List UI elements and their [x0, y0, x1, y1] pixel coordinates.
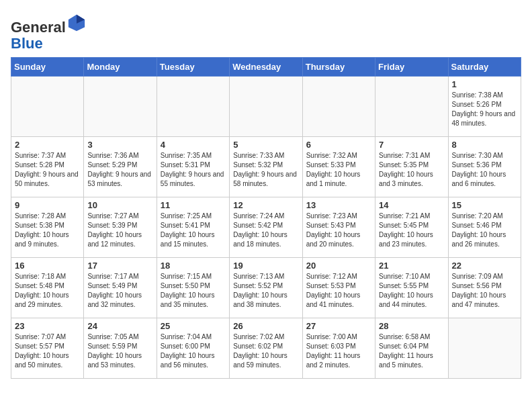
calendar-cell: 21Sunrise: 7:10 AM Sunset: 5:55 PM Dayli…	[375, 258, 448, 318]
day-number: 28	[379, 321, 444, 331]
day-number: 22	[452, 261, 517, 271]
day-number: 16	[15, 261, 80, 271]
week-row-1: 1Sunrise: 7:38 AM Sunset: 5:26 PM Daylig…	[11, 77, 521, 137]
calendar-cell: 26Sunrise: 7:02 AM Sunset: 6:02 PM Dayli…	[230, 318, 302, 379]
day-info: Sunrise: 7:27 AM Sunset: 5:39 PM Dayligh…	[87, 212, 152, 249]
day-info: Sunrise: 7:00 AM Sunset: 6:03 PM Dayligh…	[306, 332, 371, 370]
day-info: Sunrise: 7:31 AM Sunset: 5:35 PM Dayligh…	[379, 151, 444, 189]
day-number: 17	[87, 261, 152, 271]
day-info: Sunrise: 6:58 AM Sunset: 6:04 PM Dayligh…	[379, 332, 444, 370]
calendar-cell: 28Sunrise: 6:58 AM Sunset: 6:04 PM Dayli…	[375, 318, 448, 379]
day-number: 27	[306, 321, 371, 331]
day-header-sunday: Sunday	[11, 58, 84, 77]
calendar-cell	[302, 77, 375, 137]
day-number: 7	[379, 140, 444, 150]
day-number: 18	[161, 261, 226, 271]
day-header-tuesday: Tuesday	[157, 58, 229, 77]
day-number: 23	[15, 321, 80, 331]
day-info: Sunrise: 7:36 AM Sunset: 5:29 PM Dayligh…	[87, 151, 152, 189]
day-number: 15	[452, 200, 517, 210]
day-number: 6	[306, 140, 371, 150]
day-header-monday: Monday	[84, 58, 157, 77]
day-info: Sunrise: 7:09 AM Sunset: 5:56 PM Dayligh…	[452, 272, 517, 310]
calendar-cell	[448, 318, 521, 379]
logo-text: General Blue	[11, 13, 86, 52]
calendar-cell: 22Sunrise: 7:09 AM Sunset: 5:56 PM Dayli…	[448, 258, 521, 318]
calendar-cell: 3Sunrise: 7:36 AM Sunset: 5:29 PM Daylig…	[84, 137, 157, 197]
calendar-cell: 9Sunrise: 7:28 AM Sunset: 5:38 PM Daylig…	[11, 197, 84, 258]
logo: General Blue	[11, 13, 86, 52]
day-header-thursday: Thursday	[302, 58, 375, 77]
day-info: Sunrise: 7:02 AM Sunset: 6:02 PM Dayligh…	[233, 332, 298, 370]
day-info: Sunrise: 7:30 AM Sunset: 5:36 PM Dayligh…	[452, 151, 517, 189]
day-info: Sunrise: 7:21 AM Sunset: 5:45 PM Dayligh…	[379, 212, 444, 249]
day-header-saturday: Saturday	[448, 58, 521, 77]
day-info: Sunrise: 7:17 AM Sunset: 5:49 PM Dayligh…	[87, 272, 152, 310]
day-number: 25	[161, 321, 226, 331]
header: General Blue	[11, 11, 521, 52]
calendar-cell: 24Sunrise: 7:05 AM Sunset: 5:59 PM Dayli…	[84, 318, 157, 379]
day-number: 12	[233, 200, 298, 210]
calendar-cell: 15Sunrise: 7:20 AM Sunset: 5:46 PM Dayli…	[448, 197, 521, 258]
day-info: Sunrise: 7:33 AM Sunset: 5:32 PM Dayligh…	[233, 151, 298, 189]
day-number: 14	[379, 200, 444, 210]
day-info: Sunrise: 7:35 AM Sunset: 5:31 PM Dayligh…	[161, 151, 226, 189]
calendar-cell: 16Sunrise: 7:18 AM Sunset: 5:48 PM Dayli…	[11, 258, 84, 318]
day-info: Sunrise: 7:25 AM Sunset: 5:41 PM Dayligh…	[161, 212, 226, 249]
day-number: 5	[233, 140, 298, 150]
calendar-cell: 25Sunrise: 7:04 AM Sunset: 6:00 PM Dayli…	[157, 318, 229, 379]
day-info: Sunrise: 7:04 AM Sunset: 6:00 PM Dayligh…	[161, 332, 226, 370]
day-number: 1	[452, 79, 517, 89]
calendar-cell	[84, 77, 157, 137]
calendar-cell: 14Sunrise: 7:21 AM Sunset: 5:45 PM Dayli…	[375, 197, 448, 258]
day-info: Sunrise: 7:20 AM Sunset: 5:46 PM Dayligh…	[452, 212, 517, 249]
day-info: Sunrise: 7:38 AM Sunset: 5:26 PM Dayligh…	[452, 91, 517, 128]
day-number: 26	[233, 321, 298, 331]
calendar-cell: 5Sunrise: 7:33 AM Sunset: 5:32 PM Daylig…	[230, 137, 302, 197]
day-number: 11	[161, 200, 226, 210]
week-row-5: 23Sunrise: 7:07 AM Sunset: 5:57 PM Dayli…	[11, 318, 521, 379]
day-number: 20	[306, 261, 371, 271]
day-info: Sunrise: 7:37 AM Sunset: 5:28 PM Dayligh…	[15, 151, 80, 189]
calendar-cell: 27Sunrise: 7:00 AM Sunset: 6:03 PM Dayli…	[302, 318, 375, 379]
week-row-2: 2Sunrise: 7:37 AM Sunset: 5:28 PM Daylig…	[11, 137, 521, 197]
calendar-cell	[230, 77, 302, 137]
day-number: 21	[379, 261, 444, 271]
day-number: 4	[161, 140, 226, 150]
calendar-cell: 19Sunrise: 7:13 AM Sunset: 5:52 PM Dayli…	[230, 258, 302, 318]
day-header-friday: Friday	[375, 58, 448, 77]
calendar-cell: 23Sunrise: 7:07 AM Sunset: 5:57 PM Dayli…	[11, 318, 84, 379]
day-number: 9	[15, 200, 80, 210]
calendar-header-row: SundayMondayTuesdayWednesdayThursdayFrid…	[11, 58, 521, 77]
calendar-cell: 2Sunrise: 7:37 AM Sunset: 5:28 PM Daylig…	[11, 137, 84, 197]
day-number: 13	[306, 200, 371, 210]
week-row-3: 9Sunrise: 7:28 AM Sunset: 5:38 PM Daylig…	[11, 197, 521, 258]
day-number: 19	[233, 261, 298, 271]
day-number: 3	[87, 140, 152, 150]
calendar-cell: 1Sunrise: 7:38 AM Sunset: 5:26 PM Daylig…	[448, 77, 521, 137]
day-number: 8	[452, 140, 517, 150]
day-info: Sunrise: 7:23 AM Sunset: 5:43 PM Dayligh…	[306, 212, 371, 249]
logo-icon	[67, 13, 86, 32]
day-info: Sunrise: 7:13 AM Sunset: 5:52 PM Dayligh…	[233, 272, 298, 310]
calendar-cell: 20Sunrise: 7:12 AM Sunset: 5:53 PM Dayli…	[302, 258, 375, 318]
calendar-cell	[375, 77, 448, 137]
calendar: SundayMondayTuesdayWednesdayThursdayFrid…	[11, 57, 521, 379]
day-number: 2	[15, 140, 80, 150]
week-row-4: 16Sunrise: 7:18 AM Sunset: 5:48 PM Dayli…	[11, 258, 521, 318]
calendar-cell: 13Sunrise: 7:23 AM Sunset: 5:43 PM Dayli…	[302, 197, 375, 258]
day-info: Sunrise: 7:15 AM Sunset: 5:50 PM Dayligh…	[161, 272, 226, 310]
day-info: Sunrise: 7:12 AM Sunset: 5:53 PM Dayligh…	[306, 272, 371, 310]
calendar-cell: 11Sunrise: 7:25 AM Sunset: 5:41 PM Dayli…	[157, 197, 229, 258]
day-info: Sunrise: 7:10 AM Sunset: 5:55 PM Dayligh…	[379, 272, 444, 310]
day-info: Sunrise: 7:24 AM Sunset: 5:42 PM Dayligh…	[233, 212, 298, 249]
calendar-cell	[11, 77, 84, 137]
day-info: Sunrise: 7:07 AM Sunset: 5:57 PM Dayligh…	[15, 332, 80, 370]
day-info: Sunrise: 7:18 AM Sunset: 5:48 PM Dayligh…	[15, 272, 80, 310]
calendar-cell: 12Sunrise: 7:24 AM Sunset: 5:42 PM Dayli…	[230, 197, 302, 258]
calendar-cell: 4Sunrise: 7:35 AM Sunset: 5:31 PM Daylig…	[157, 137, 229, 197]
calendar-cell: 18Sunrise: 7:15 AM Sunset: 5:50 PM Dayli…	[157, 258, 229, 318]
day-header-wednesday: Wednesday	[230, 58, 302, 77]
calendar-cell: 17Sunrise: 7:17 AM Sunset: 5:49 PM Dayli…	[84, 258, 157, 318]
calendar-cell: 8Sunrise: 7:30 AM Sunset: 5:36 PM Daylig…	[448, 137, 521, 197]
